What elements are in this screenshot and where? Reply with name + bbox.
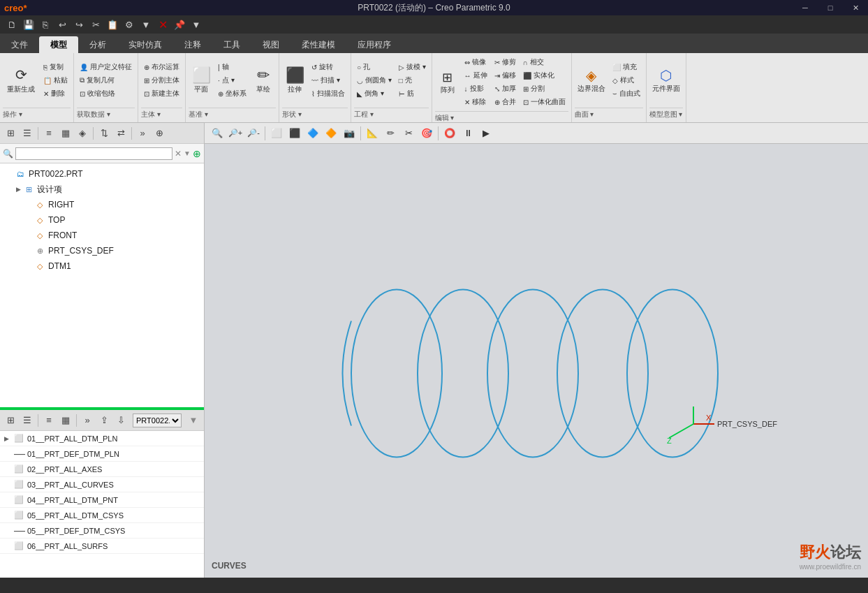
tree-grid-button[interactable]: ▦ (58, 126, 73, 141)
search-add-icon[interactable]: ⊕ (193, 148, 201, 159)
thicken-button[interactable]: ⤡ 加厚 (492, 82, 519, 95)
layer-item-3[interactable]: ⬜ 02__PRT_ALL_AXES (0, 462, 204, 477)
tree-item-front[interactable]: ◇ FRONT (0, 228, 204, 243)
zoom-in-button[interactable]: 🔎+ (227, 125, 244, 142)
round-button[interactable]: ◡ 倒圆角 ▾ (354, 74, 395, 87)
clear-search-icon[interactable]: ✕ (175, 149, 182, 159)
layer-item-7[interactable]: — 05__PRT_DEF_DTM_CSYS (0, 523, 204, 539)
rib-button[interactable]: ⊢ 筋 (396, 87, 429, 100)
zoom-fit-button[interactable]: 🔍 (209, 125, 226, 142)
pause-button[interactable]: ⏸ (459, 125, 476, 142)
saved-view-button[interactable]: ⬜ (268, 125, 285, 142)
save-button[interactable]: 💾 (21, 17, 36, 31)
shell-button[interactable]: □ 壳 (396, 74, 429, 87)
style-button[interactable]: ◇ 样式 (610, 74, 643, 87)
extrude-button[interactable]: ⬛ 拉伸 (282, 59, 307, 101)
extend-button[interactable]: ↔ 延伸 (462, 69, 490, 82)
new-button[interactable]: 🗋 (4, 17, 20, 31)
layer-list-button[interactable]: ☰ (20, 413, 35, 428)
shape-label-btn[interactable]: 形状 ▾ (282, 110, 348, 119)
layer-expand2-button[interactable]: ▼ (186, 413, 201, 428)
tree-detail-button[interactable]: ◈ (75, 126, 90, 141)
view3d-button[interactable]: 🔷 (304, 125, 321, 142)
hole-button[interactable]: ○ 孔 (354, 61, 395, 73)
layer-select-dropdown[interactable]: PRT0022.PRT (133, 413, 182, 427)
intent-label-btn[interactable]: 模型意图 ▾ (649, 110, 683, 119)
tree-item-top[interactable]: ◇ TOP (0, 212, 204, 228)
layer-flat-button[interactable]: ≡ (41, 413, 57, 428)
tab-flexible[interactable]: 柔性建模 (290, 36, 346, 53)
tree-item-csys[interactable]: ⊕ PRT_CSYS_DEF (0, 243, 204, 258)
tree-sort-button[interactable]: ⇅ (96, 126, 112, 141)
tree-item-root[interactable]: 🗂 PRT0022.PRT (0, 166, 204, 182)
play-button[interactable]: ▶ (478, 125, 494, 142)
tab-simulation[interactable]: 实时仿真 (117, 36, 173, 53)
blend-sweep-button[interactable]: ⌇ 扫描混合 (309, 87, 348, 100)
layer-item-2[interactable]: — 01__PRT_DEF_DTM_PLN (0, 446, 204, 462)
plane-button[interactable]: ⬜ 平面 (189, 59, 214, 101)
tab-model[interactable]: 模型 (39, 36, 78, 53)
layer-item-5[interactable]: ⬜ 04__PRT_ALL_DTM_PNT (0, 492, 204, 508)
getdata-label-btn[interactable]: 获取数据 ▾ (77, 110, 135, 119)
datum-label-btn[interactable]: 基准 ▾ (189, 110, 276, 119)
unify-button[interactable]: ⊡ 一体化曲面 (520, 96, 568, 108)
copy-geo-button[interactable]: ⧉ 复制几何 (77, 74, 135, 87)
tree-flat-button[interactable]: ≡ (41, 126, 57, 141)
tab-analysis[interactable]: 分析 (78, 36, 117, 53)
layer-expand-button[interactable]: ⊞ (3, 413, 18, 428)
snapshot-button[interactable]: 📷 (341, 125, 358, 142)
tab-apps[interactable]: 应用程序 (346, 36, 402, 53)
eng-label-btn[interactable]: 工程 ▾ (354, 110, 429, 119)
select-button[interactable]: ✂ (400, 125, 417, 142)
layer-export-button[interactable]: ⇪ (96, 413, 112, 428)
layer-import-button[interactable]: ⇩ (113, 413, 128, 428)
minimize-button[interactable]: ─ (793, 0, 818, 15)
pin-icon[interactable]: 📌 (172, 17, 187, 31)
layer-item-6[interactable]: ⬜ 05__PRT_ALL_DTM_CSYS (0, 508, 204, 523)
zoom-out-button[interactable]: 🔎- (245, 125, 262, 142)
layer-selector[interactable]: PRT0022.PRT (133, 413, 182, 427)
copy-button[interactable]: ⎘ (38, 17, 53, 31)
split2-button[interactable]: ⊞ 分割 (520, 82, 568, 95)
sweep-button[interactable]: 〰 扫描 ▾ (309, 74, 348, 87)
measure-button[interactable]: 📐 (364, 125, 381, 142)
fill-button[interactable]: ⬜ 填充 (610, 61, 643, 73)
surface-label-btn[interactable]: 曲面 ▾ (575, 110, 643, 119)
customize-button[interactable]: ▼ (189, 17, 204, 31)
redo-button[interactable]: ↪ (71, 17, 87, 31)
tree-item-right[interactable]: ◇ RIGHT (0, 197, 204, 212)
orient-button[interactable]: ⬛ (286, 125, 303, 142)
search-dropdown-icon[interactable]: ▼ (184, 149, 191, 157)
solidify-button[interactable]: ⬛ 实体化 (520, 69, 568, 82)
search-input[interactable] (15, 147, 172, 160)
draft-button[interactable]: ▷ 拔模 ▾ (396, 61, 429, 73)
component-interface-button[interactable]: ⬡ 元件界面 (649, 59, 683, 101)
layer-item-1[interactable]: ▶ ⬜ 01__PRT_ALL_DTM_PLN (0, 431, 204, 446)
delete-op-button[interactable]: ✕ 删除 (41, 87, 71, 100)
layer-grid-button[interactable]: ▦ (58, 413, 73, 428)
operations-label-btn[interactable]: 操作 ▾ (3, 110, 71, 119)
undo-button[interactable]: ↩ (54, 17, 70, 31)
user-feature-button[interactable]: 👤 用户定义特征 (77, 61, 135, 73)
revolve-button[interactable]: ↺ 旋转 (309, 61, 348, 73)
more-button[interactable]: ▼ (138, 17, 154, 31)
paste-op-button[interactable]: 📋 粘贴 (41, 74, 71, 87)
new-body-button[interactable]: ⊡ 新建主体 (141, 87, 182, 100)
axis-button[interactable]: | 轴 (215, 61, 249, 73)
maximize-button[interactable]: □ (818, 0, 843, 15)
chamfer-button[interactable]: ◣ 倒角 ▾ (354, 87, 395, 100)
remove-button[interactable]: ✕ 移除 (462, 96, 490, 108)
body-label-btn[interactable]: 主体 ▾ (141, 110, 182, 119)
cut-button[interactable]: ✂ (88, 17, 103, 31)
close-button[interactable]: ✕ (843, 0, 868, 15)
target-button[interactable]: 🎯 (418, 125, 435, 142)
tree-filter-button[interactable]: ⇄ (113, 126, 128, 141)
split-body-button[interactable]: ⊞ 分割主体 (141, 74, 182, 87)
boolean-button[interactable]: ⊕ 布尔运算 (141, 61, 182, 73)
pattern-button[interactable]: ⊞ 阵列 (435, 61, 460, 103)
copy-op-button[interactable]: ⎘ 复制 (41, 61, 71, 73)
freeform-button[interactable]: ⌣ 自由式 (610, 87, 643, 100)
csys-button[interactable]: ⊕ 坐标系 (215, 87, 249, 100)
boundary-blend-button[interactable]: ◈ 边界混合 (575, 59, 608, 101)
tree-list-button[interactable]: ☰ (20, 126, 35, 141)
